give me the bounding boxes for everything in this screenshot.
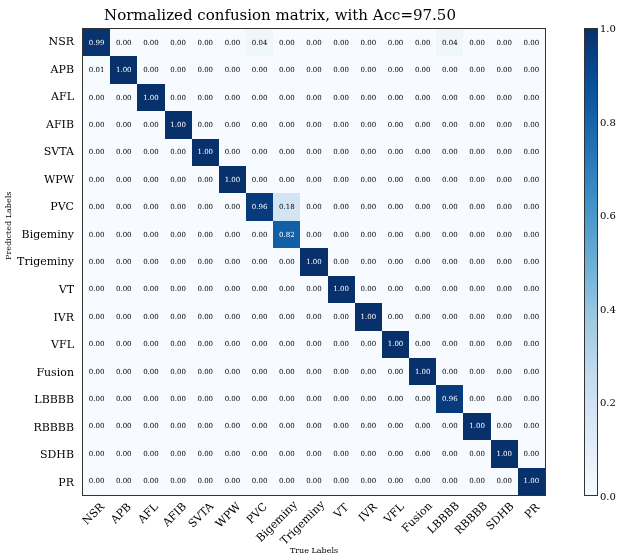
heatmap-cell: 0.00 bbox=[409, 139, 436, 166]
heatmap-cell: 0.00 bbox=[300, 413, 327, 440]
heatmap-cell: 0.00 bbox=[518, 29, 545, 56]
heatmap-cell: 0.00 bbox=[355, 193, 382, 220]
heatmap-cell: 0.00 bbox=[219, 193, 246, 220]
heatmap-cell: 0.00 bbox=[518, 385, 545, 412]
colorbar-tick: 0.0 bbox=[600, 491, 616, 502]
heatmap-cell: 0.00 bbox=[355, 358, 382, 385]
heatmap-cell: 0.00 bbox=[491, 358, 518, 385]
heatmap-cell: 0.00 bbox=[83, 84, 110, 111]
colorbar-tick: 0.8 bbox=[600, 116, 616, 127]
heatmap-cell: 0.00 bbox=[463, 248, 490, 275]
heatmap-cell: 0.00 bbox=[382, 413, 409, 440]
heatmap-cell: 0.00 bbox=[192, 84, 219, 111]
heatmap-cell: 0.00 bbox=[165, 166, 192, 193]
heatmap-cell: 0.00 bbox=[491, 303, 518, 330]
heatmap-cell: 0.00 bbox=[219, 248, 246, 275]
heatmap-cell: 0.00 bbox=[273, 139, 300, 166]
heatmap-cell: 0.00 bbox=[382, 468, 409, 495]
heatmap-cell: 0.00 bbox=[463, 29, 490, 56]
heatmap-cell: 0.00 bbox=[137, 139, 164, 166]
x-tick-label: WPW bbox=[218, 498, 245, 544]
heatmap-cell: 0.00 bbox=[436, 221, 463, 248]
heatmap-cell: 0.00 bbox=[463, 385, 490, 412]
heatmap-cell: 0.00 bbox=[137, 221, 164, 248]
heatmap-cell: 1.00 bbox=[382, 331, 409, 358]
heatmap-cell: 0.00 bbox=[409, 331, 436, 358]
heatmap-cell: 1.00 bbox=[165, 111, 192, 138]
heatmap-cell: 0.00 bbox=[409, 413, 436, 440]
heatmap-cell: 0.00 bbox=[382, 56, 409, 83]
y-tick-label: NSR bbox=[0, 28, 78, 56]
heatmap-cell: 0.00 bbox=[328, 385, 355, 412]
heatmap-cell: 0.00 bbox=[273, 468, 300, 495]
heatmap-cell: 0.00 bbox=[246, 276, 273, 303]
heatmap-cell: 0.00 bbox=[246, 468, 273, 495]
heatmap-cell: 0.00 bbox=[491, 331, 518, 358]
heatmap-cell: 0.00 bbox=[518, 248, 545, 275]
heatmap-cell: 0.00 bbox=[246, 84, 273, 111]
heatmap-cell: 0.00 bbox=[246, 221, 273, 248]
heatmap-cell: 0.00 bbox=[273, 111, 300, 138]
heatmap-cell: 0.96 bbox=[436, 385, 463, 412]
heatmap-cell: 0.00 bbox=[273, 56, 300, 83]
heatmap-cell: 1.00 bbox=[328, 276, 355, 303]
heatmap-cell: 0.00 bbox=[409, 440, 436, 467]
heatmap-cell: 0.00 bbox=[328, 248, 355, 275]
heatmap-cell: 0.00 bbox=[110, 139, 137, 166]
heatmap-cell: 0.00 bbox=[463, 303, 490, 330]
heatmap-cell: 0.00 bbox=[355, 248, 382, 275]
heatmap-cell: 0.00 bbox=[273, 303, 300, 330]
heatmap-plot: 0.990.000.000.000.000.000.040.000.000.00… bbox=[82, 28, 546, 496]
heatmap-cell: 0.00 bbox=[300, 331, 327, 358]
heatmap-cell: 0.00 bbox=[328, 468, 355, 495]
heatmap-cell: 0.00 bbox=[110, 358, 137, 385]
heatmap-cell: 0.00 bbox=[137, 276, 164, 303]
heatmap-cell: 0.00 bbox=[518, 413, 545, 440]
heatmap-cell: 0.00 bbox=[382, 111, 409, 138]
heatmap-cell: 0.00 bbox=[382, 303, 409, 330]
heatmap-cell: 0.00 bbox=[463, 84, 490, 111]
heatmap-cell: 0.00 bbox=[300, 193, 327, 220]
heatmap-cell: 0.00 bbox=[137, 440, 164, 467]
heatmap-cell: 1.00 bbox=[409, 358, 436, 385]
heatmap-cell: 0.00 bbox=[137, 331, 164, 358]
heatmap-cell: 0.00 bbox=[110, 413, 137, 440]
heatmap-cell: 0.00 bbox=[328, 84, 355, 111]
heatmap-cell: 0.00 bbox=[409, 84, 436, 111]
heatmap-cell: 0.82 bbox=[273, 221, 300, 248]
heatmap-cell: 0.00 bbox=[273, 248, 300, 275]
heatmap-cell: 0.00 bbox=[165, 221, 192, 248]
heatmap-cell: 0.00 bbox=[518, 440, 545, 467]
heatmap-cell: 0.00 bbox=[137, 468, 164, 495]
heatmap-cell: 0.00 bbox=[491, 276, 518, 303]
heatmap-cell: 0.00 bbox=[273, 29, 300, 56]
heatmap-cell: 0.00 bbox=[463, 111, 490, 138]
heatmap-cell: 0.00 bbox=[409, 221, 436, 248]
y-tick-label: AFL bbox=[0, 83, 78, 111]
heatmap-cell: 0.00 bbox=[110, 29, 137, 56]
heatmap-cell: 0.00 bbox=[518, 56, 545, 83]
heatmap-cell: 0.00 bbox=[382, 84, 409, 111]
heatmap-cell: 0.00 bbox=[382, 139, 409, 166]
heatmap-cell: 0.00 bbox=[83, 111, 110, 138]
heatmap-cell: 0.00 bbox=[491, 84, 518, 111]
heatmap-cell: 0.00 bbox=[192, 193, 219, 220]
heatmap-cell: 0.00 bbox=[300, 166, 327, 193]
heatmap-cell: 0.00 bbox=[328, 193, 355, 220]
x-tick-labels: NSRAPBAFLAFIBSVTAWPWPVCBigeminyTrigeminy… bbox=[82, 498, 546, 544]
y-tick-label: VT bbox=[0, 276, 78, 304]
heatmap-cell: 0.00 bbox=[137, 111, 164, 138]
heatmap-cell: 0.00 bbox=[110, 221, 137, 248]
heatmap-cell: 0.00 bbox=[328, 303, 355, 330]
heatmap-cell: 0.00 bbox=[355, 468, 382, 495]
heatmap-cell: 0.00 bbox=[110, 276, 137, 303]
heatmap-cell: 0.00 bbox=[382, 385, 409, 412]
heatmap-cell: 0.00 bbox=[436, 166, 463, 193]
heatmap-cell: 0.00 bbox=[165, 276, 192, 303]
heatmap-cell: 0.00 bbox=[463, 276, 490, 303]
x-tick-label: Trigeminy bbox=[300, 498, 327, 544]
heatmap-cell: 0.00 bbox=[409, 193, 436, 220]
heatmap-cell: 0.00 bbox=[165, 468, 192, 495]
heatmap-cell: 0.00 bbox=[110, 385, 137, 412]
heatmap-cell: 0.00 bbox=[300, 84, 327, 111]
